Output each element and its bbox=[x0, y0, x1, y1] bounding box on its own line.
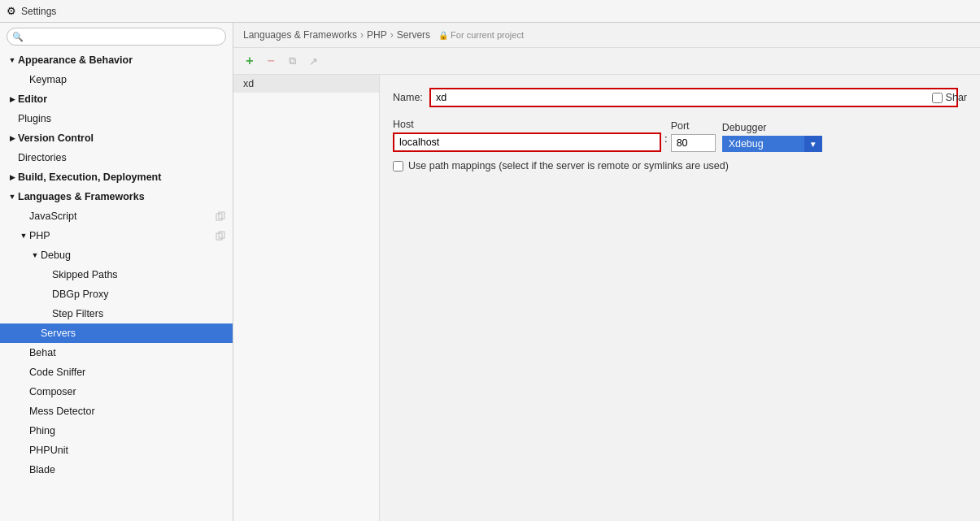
sidebar-item-label-debug: Debug bbox=[41, 250, 226, 261]
port-input[interactable] bbox=[671, 134, 716, 152]
arrow-icon-phpunit bbox=[18, 445, 29, 456]
sidebar-item-label-version-control: Version Control bbox=[18, 132, 226, 144]
sidebar-item-phing[interactable]: Phing bbox=[0, 421, 233, 441]
arrow-icon-behat bbox=[18, 347, 29, 358]
add-button[interactable]: + bbox=[240, 51, 259, 71]
sidebar-item-keymap[interactable]: Keymap bbox=[0, 70, 233, 89]
arrow-icon-php: ▼ bbox=[18, 230, 29, 241]
debugger-label: Debugger bbox=[722, 122, 822, 133]
sidebar-item-plugins[interactable]: Plugins bbox=[0, 109, 233, 128]
sidebar-item-javascript[interactable]: JavaScript bbox=[0, 206, 233, 226]
breadcrumb-part-2: Servers bbox=[397, 29, 430, 41]
debugger-select-wrap: XdebugZend Debugger ▼ bbox=[722, 136, 822, 152]
arrow-icon-editor: ▶ bbox=[7, 93, 18, 105]
sidebar-item-composer[interactable]: Composer bbox=[0, 382, 233, 402]
sidebar-item-label-plugins: Plugins bbox=[18, 113, 226, 124]
arrow-icon-mess-detector bbox=[18, 406, 29, 417]
sidebar-item-servers[interactable]: Servers bbox=[0, 323, 233, 343]
move-button[interactable]: ↗ bbox=[303, 51, 323, 71]
sidebar-item-label-keymap: Keymap bbox=[29, 74, 226, 85]
sidebar-item-languages[interactable]: ▼Languages & Frameworks bbox=[0, 187, 233, 206]
arrow-icon-plugins bbox=[7, 113, 18, 124]
sidebar-item-appearance[interactable]: ▼Appearance & Behavior bbox=[0, 50, 233, 70]
sidebar-item-php[interactable]: ▼PHP bbox=[0, 226, 233, 245]
remove-button[interactable]: − bbox=[261, 51, 281, 71]
sidebar-item-code-sniffer[interactable]: Code Sniffer bbox=[0, 363, 233, 382]
sidebar: 🔍 ▼Appearance & BehaviorKeymap▶EditorPlu… bbox=[0, 23, 233, 521]
form-area: Name: Shar Host bbox=[380, 75, 980, 521]
sidebar-item-debug[interactable]: ▼Debug bbox=[0, 245, 233, 265]
sidebar-tree: ▼Appearance & BehaviorKeymap▶EditorPlugi… bbox=[0, 50, 233, 521]
sidebar-item-mess-detector[interactable]: Mess Detector bbox=[0, 402, 233, 421]
sidebar-item-editor[interactable]: ▶Editor bbox=[0, 89, 233, 109]
port-column: Port bbox=[671, 120, 716, 152]
host-label: Host bbox=[393, 119, 661, 130]
breadcrumb-sep-1: › bbox=[390, 29, 394, 41]
sidebar-item-label-directories: Directories bbox=[18, 152, 226, 163]
host-input[interactable] bbox=[393, 132, 661, 152]
sidebar-item-label-build: Build, Execution, Deployment bbox=[18, 171, 226, 183]
breadcrumb: Languages & Frameworks › PHP › Servers 🔒… bbox=[233, 23, 980, 48]
sidebar-item-build[interactable]: ▶Build, Execution, Deployment bbox=[0, 167, 233, 187]
arrow-icon-blade bbox=[18, 464, 29, 475]
sidebar-item-blade[interactable]: Blade bbox=[0, 460, 233, 480]
main-container: 🔍 ▼Appearance & BehaviorKeymap▶EditorPlu… bbox=[0, 23, 980, 521]
sidebar-item-label-php: PHP bbox=[29, 230, 211, 241]
path-mappings-row: Use path mappings (select if the server … bbox=[393, 160, 967, 171]
debugger-select[interactable]: XdebugZend Debugger bbox=[722, 136, 822, 152]
arrow-icon-dbgp-proxy bbox=[41, 289, 52, 300]
sidebar-item-skipped-paths[interactable]: Skipped Paths bbox=[0, 265, 233, 284]
sidebar-item-label-blade: Blade bbox=[29, 464, 226, 475]
host-port-row: Host : Port Debugger bbox=[393, 119, 967, 152]
sidebar-item-label-phpunit: PHPUnit bbox=[29, 445, 226, 456]
server-item-xd[interactable]: xd bbox=[233, 75, 379, 93]
arrow-icon-step-filters bbox=[41, 308, 52, 319]
debugger-column: Debugger XdebugZend Debugger ▼ bbox=[722, 122, 822, 152]
search-input[interactable] bbox=[7, 28, 226, 46]
arrow-icon-build: ▶ bbox=[7, 171, 18, 183]
sidebar-item-label-javascript: JavaScript bbox=[29, 211, 211, 222]
arrow-icon-servers bbox=[29, 328, 41, 339]
sidebar-item-version-control[interactable]: ▶Version Control bbox=[0, 128, 233, 148]
search-box: 🔍 bbox=[7, 28, 226, 46]
name-row: Name: Shar bbox=[393, 88, 967, 107]
sidebar-item-label-skipped-paths: Skipped Paths bbox=[52, 269, 226, 280]
sidebar-item-dbgp-proxy[interactable]: DBGp Proxy bbox=[0, 284, 233, 304]
port-label: Port bbox=[671, 120, 716, 132]
arrow-icon-phing bbox=[18, 425, 29, 436]
right-panel: Languages & Frameworks › PHP › Servers 🔒… bbox=[233, 23, 980, 521]
sidebar-item-directories[interactable]: Directories bbox=[0, 148, 233, 167]
sidebar-item-step-filters[interactable]: Step Filters bbox=[0, 304, 233, 323]
breadcrumb-part-1[interactable]: PHP bbox=[367, 29, 387, 41]
copy-button[interactable]: ⧉ bbox=[282, 51, 302, 71]
arrow-icon-keymap bbox=[18, 74, 29, 85]
sidebar-item-behat[interactable]: Behat bbox=[0, 343, 233, 363]
breadcrumb-sep-0: › bbox=[360, 29, 364, 41]
copy-icon-php bbox=[215, 230, 226, 241]
sidebar-item-label-editor: Editor bbox=[18, 93, 226, 105]
title-bar: ⚙ Settings bbox=[0, 0, 980, 23]
sidebar-item-label-mess-detector: Mess Detector bbox=[29, 406, 226, 417]
name-label: Name: bbox=[393, 92, 429, 103]
sidebar-item-label-composer: Composer bbox=[29, 386, 226, 397]
share-label: Shar bbox=[946, 92, 967, 103]
name-input[interactable] bbox=[429, 88, 958, 107]
path-mappings-label[interactable]: Use path mappings (select if the server … bbox=[408, 160, 729, 171]
sidebar-item-label-dbgp-proxy: DBGp Proxy bbox=[52, 289, 226, 300]
arrow-icon-javascript bbox=[18, 211, 29, 222]
breadcrumb-project-note: 🔒 For current project bbox=[438, 30, 524, 40]
sidebar-item-label-languages: Languages & Frameworks bbox=[18, 191, 226, 202]
toolbar: + − ⧉ ↗ bbox=[233, 48, 980, 75]
sidebar-item-phpunit[interactable]: PHPUnit bbox=[0, 441, 233, 460]
sidebar-item-label-servers: Servers bbox=[41, 328, 226, 339]
sidebar-item-label-appearance: Appearance & Behavior bbox=[18, 54, 226, 66]
arrow-icon-composer bbox=[18, 386, 29, 397]
arrow-icon-code-sniffer bbox=[18, 367, 29, 378]
sidebar-item-label-code-sniffer: Code Sniffer bbox=[29, 367, 226, 378]
title-bar-text: Settings bbox=[21, 6, 56, 17]
colon-separator: : bbox=[661, 132, 671, 149]
breadcrumb-part-0[interactable]: Languages & Frameworks bbox=[243, 29, 357, 41]
arrow-icon-skipped-paths bbox=[41, 269, 52, 280]
share-checkbox[interactable] bbox=[932, 93, 943, 103]
path-mappings-checkbox[interactable] bbox=[393, 161, 403, 171]
